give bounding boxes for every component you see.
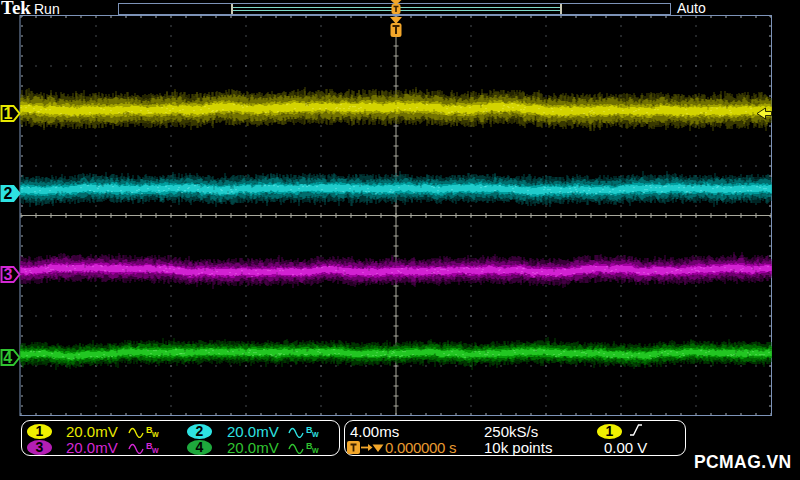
- svg-text:2: 2: [3, 185, 12, 202]
- svg-text:4: 4: [3, 349, 12, 366]
- svg-text:1: 1: [4, 105, 13, 122]
- svg-text:W: W: [312, 447, 319, 454]
- svg-text:W: W: [152, 431, 159, 438]
- svg-text:W: W: [152, 447, 159, 454]
- svg-text:3: 3: [3, 266, 12, 283]
- svg-text:W: W: [312, 431, 319, 438]
